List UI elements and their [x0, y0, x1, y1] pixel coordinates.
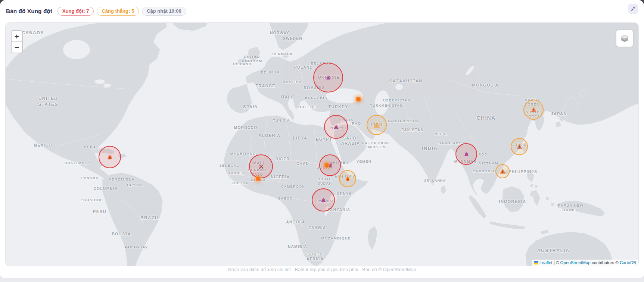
land-java [489, 221, 525, 229]
badge-group: Xung đột: 7Căng thẳng: 5Cập nhật 10:06 [57, 7, 189, 16]
land-luzon [527, 170, 534, 182]
tension-marker-korea[interactable] [523, 100, 544, 120]
status-badge-2: Cập nhật 10:06 [142, 7, 186, 16]
tension-marker-taiwan[interactable] [511, 138, 528, 155]
land-new-guinea [556, 201, 605, 217]
conflict-marker-mali[interactable] [249, 154, 273, 178]
warning-icon [531, 107, 537, 113]
land-south-america [102, 173, 163, 266]
status-badge-1: Căng thẳng: 5 [97, 7, 139, 16]
clash-icon [320, 197, 327, 203]
swords-icon [258, 163, 264, 170]
land-borneo [502, 186, 525, 212]
land-sri-lanka [441, 185, 447, 194]
zoom-control: + − [11, 30, 23, 53]
clash-icon [333, 124, 339, 130]
land-maluku [540, 197, 554, 235]
land-greenland [172, 23, 210, 31]
flame-icon [345, 176, 351, 182]
tension-marker-ethiopia[interactable] [339, 170, 356, 187]
event-spot-sudan-west[interactable] [324, 163, 329, 167]
tension-marker-south-china-sea[interactable] [495, 164, 510, 178]
water-aral-sea [395, 84, 403, 90]
event-spot-caucasus[interactable] [356, 97, 361, 101]
basemap-svg [6, 23, 639, 266]
conflict-marker-rwanda[interactable] [312, 188, 335, 212]
event-spot-ghana[interactable] [256, 176, 260, 181]
conflict-marker-ukraine[interactable] [313, 63, 343, 93]
warning-icon [516, 144, 523, 150]
conflict-map-card: Bản đồ Xung đột Xung đột: 7Căng thẳng: 5… [0, 0, 644, 278]
land-visayas [530, 184, 538, 188]
clash-icon [463, 151, 470, 157]
land-kyushu [555, 121, 561, 128]
warning-icon [374, 122, 380, 128]
ukraine-flag-icon [534, 261, 538, 264]
land-uk [248, 47, 260, 62]
conflict-marker-israel[interactable] [324, 115, 348, 139]
footer-hint: Nhấn vào điểm để xem chi tiết · Bật/tắt … [0, 267, 644, 272]
water-hudson-bay [63, 40, 90, 59]
layers-control[interactable] [616, 29, 634, 47]
page-title: Bản đồ Xung đột [6, 8, 52, 15]
land-madagascar [368, 226, 377, 250]
warning-icon [500, 168, 506, 175]
tension-marker-iran[interactable] [367, 115, 387, 135]
zoom-in-button[interactable]: + [12, 31, 22, 42]
flamex-icon [107, 154, 113, 160]
water-great-lakes [103, 84, 111, 87]
conflict-marker-haiti[interactable] [99, 146, 121, 168]
attribution-text: | © [553, 260, 560, 265]
zoom-out-button[interactable]: − [12, 42, 22, 53]
land-ireland [237, 58, 247, 66]
world-map-canvas[interactable]: CANADAUNITED STATESMEXICOCUBAGUATEMALAPA… [5, 22, 639, 266]
land-denmark [282, 52, 289, 59]
clash-icon [325, 75, 332, 81]
collapse-button[interactable] [628, 4, 638, 14]
header: Bản đồ Xung đột Xung đột: 7Căng thẳng: 5… [0, 0, 644, 22]
status-badge-0: Xung đột: 7 [57, 7, 94, 16]
attribution-text: contributors © [591, 260, 620, 265]
map-attribution: Leaflet | © OpenStreetMap contributors ©… [532, 260, 638, 266]
attribution-link[interactable]: Leaflet [539, 260, 553, 265]
land-sumatra [469, 195, 486, 219]
layers-icon [619, 33, 630, 44]
attribution-link[interactable]: CartoDB [620, 260, 636, 265]
attribution-link[interactable]: OpenStreetMap [560, 260, 591, 265]
conflict-marker-myanmar[interactable] [455, 143, 477, 165]
collapse-icon [631, 6, 636, 11]
water-great-lakes [94, 79, 105, 84]
conflict-marker-sudan[interactable] [319, 154, 341, 176]
